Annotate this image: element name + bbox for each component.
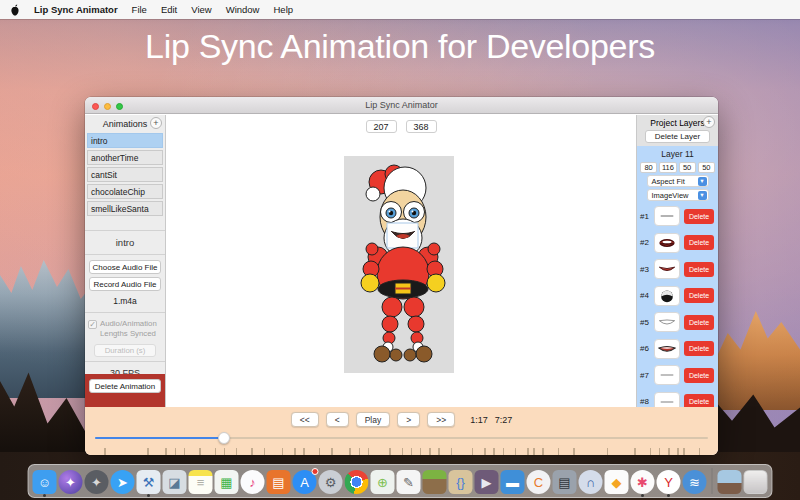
dock-icon-minecraft[interactable] bbox=[423, 470, 447, 494]
dock-icon-chrome[interactable] bbox=[345, 470, 369, 494]
dock-icon-c-ring-app[interactable]: C bbox=[527, 470, 551, 494]
mouth-open-white-icon[interactable] bbox=[654, 312, 680, 332]
canvas-height-field[interactable]: 368 bbox=[406, 120, 437, 133]
dock-icon-sketch[interactable]: ◆ bbox=[605, 470, 629, 494]
delete-layer-item-button[interactable]: Delete bbox=[684, 315, 714, 330]
add-layer-button[interactable]: + bbox=[703, 116, 715, 128]
duration-input[interactable]: Duration (s) bbox=[94, 344, 156, 357]
add-animation-button[interactable]: + bbox=[150, 117, 162, 129]
layer-row-3: #3Delete bbox=[637, 256, 718, 283]
dock-icon-xcode[interactable]: ⚒ bbox=[137, 470, 161, 494]
layer-detail-panel: Layer 11 801165050 Aspect Fit ▼ ImageVie… bbox=[637, 146, 718, 407]
timeline-tick bbox=[389, 448, 391, 455]
dock-icon-siri[interactable]: ✦ bbox=[59, 470, 83, 494]
animation-item-cantSit[interactable]: cantSit bbox=[87, 167, 163, 182]
layer-index: #5 bbox=[640, 318, 654, 327]
menu-app-name[interactable]: Lip Sync Animator bbox=[34, 4, 118, 15]
dock-icon-system-preferences[interactable]: ⚙ bbox=[319, 470, 343, 494]
layer-row-6: #6Delete bbox=[637, 336, 718, 363]
menu-item-help[interactable]: Help bbox=[273, 4, 293, 15]
dock-icon-launchpad[interactable]: ✦ bbox=[85, 470, 109, 494]
delete-layer-item-button[interactable]: Delete bbox=[684, 209, 714, 224]
mouth-open-red-icon[interactable] bbox=[654, 233, 680, 253]
dock-icon-notes[interactable]: ≡ bbox=[189, 470, 213, 494]
mouth-smile-red-icon[interactable] bbox=[654, 259, 680, 279]
delete-layer-item-button[interactable]: Delete bbox=[684, 368, 714, 383]
dock-icon-app-store[interactable]: A bbox=[293, 470, 317, 494]
dock-icon-keynote[interactable]: ▬ bbox=[501, 470, 525, 494]
dock-icon-video-editor[interactable]: ▶ bbox=[475, 470, 499, 494]
dock-icon-synth-app[interactable]: ▤ bbox=[553, 470, 577, 494]
delete-layer-item-button[interactable]: Delete bbox=[684, 394, 714, 407]
mountain-left bbox=[0, 248, 95, 398]
animation-item-chocolateChip[interactable]: chocolateChip bbox=[87, 184, 163, 199]
slider-thumb[interactable] bbox=[218, 432, 230, 444]
frame-field-2[interactable]: 50 bbox=[679, 162, 696, 173]
mouth-wide-red-icon[interactable] bbox=[654, 339, 680, 359]
delete-layer-button[interactable]: Delete Layer bbox=[645, 130, 710, 143]
dock-icon-downloads[interactable] bbox=[718, 470, 742, 494]
record-audio-button[interactable]: Record Audio File bbox=[89, 277, 161, 291]
mouth-line-icon[interactable] bbox=[654, 206, 680, 226]
menu-item-window[interactable]: Window bbox=[226, 4, 260, 15]
dock-icon-drawing-app[interactable]: ✎ bbox=[397, 470, 421, 494]
frame-field-1[interactable]: 116 bbox=[659, 162, 676, 173]
dock-icon-lip-sync-animator[interactable]: ≋ bbox=[683, 470, 707, 494]
choose-audio-button[interactable]: Choose Audio File bbox=[89, 260, 161, 274]
timeline-tick bbox=[104, 448, 106, 455]
step-forward-button[interactable]: > bbox=[397, 412, 420, 427]
dock-icon-trash[interactable] bbox=[744, 470, 768, 494]
dock-icon-preview[interactable]: ◪ bbox=[163, 470, 187, 494]
layer-row-4: #4Delete bbox=[637, 283, 718, 310]
mouth-line-icon[interactable] bbox=[654, 365, 680, 385]
animation-item-intro[interactable]: intro bbox=[87, 133, 163, 148]
timeline-slider[interactable] bbox=[95, 432, 708, 444]
layer-row-1: #1Delete bbox=[637, 203, 718, 230]
timeline-tick bbox=[472, 448, 474, 455]
mouth-line-icon[interactable] bbox=[654, 392, 680, 407]
dock-icon-safari[interactable]: ➤ bbox=[111, 470, 135, 494]
apple-menu-icon[interactable] bbox=[10, 4, 20, 16]
dock-icon-finder[interactable]: ☺ bbox=[33, 470, 57, 494]
dock-icon-ibooks[interactable]: ▤ bbox=[267, 470, 291, 494]
delete-layer-item-button[interactable]: Delete bbox=[684, 288, 714, 303]
animations-list: introanotherTimecantSitchocolateChipsmel… bbox=[85, 133, 165, 216]
animations-panel: Animations + introanotherTimecantSitchoc… bbox=[85, 115, 166, 407]
menu-item-file[interactable]: File bbox=[132, 4, 147, 15]
animation-canvas[interactable] bbox=[344, 156, 454, 373]
running-indicator bbox=[667, 494, 670, 497]
dock-icon-swirl-app[interactable]: ✱ bbox=[631, 470, 655, 494]
dock-icon-numbers[interactable]: ▦ bbox=[215, 470, 239, 494]
window-titlebar[interactable]: Lip Sync Animator bbox=[85, 97, 718, 114]
menu-item-edit[interactable]: Edit bbox=[161, 4, 177, 15]
timeline-tick bbox=[294, 448, 296, 455]
view-type-select[interactable]: ImageView ▼ bbox=[647, 189, 709, 201]
play-button[interactable]: Play bbox=[356, 412, 391, 427]
delete-animation-button[interactable]: Delete Animation bbox=[89, 379, 161, 393]
timeline-tick bbox=[264, 448, 266, 455]
dock-icon-android-studio[interactable]: ⊕ bbox=[371, 470, 395, 494]
timeline-tick bbox=[224, 448, 226, 455]
timeline-tick bbox=[650, 448, 652, 455]
canvas-width-field[interactable]: 207 bbox=[366, 120, 397, 133]
delete-layer-item-button[interactable]: Delete bbox=[684, 235, 714, 250]
rewind-button[interactable]: << bbox=[291, 412, 319, 427]
dock-icon-itunes[interactable]: ♪ bbox=[241, 470, 265, 494]
dock-icon-audio-headphones-app[interactable]: ∩ bbox=[579, 470, 603, 494]
mouth-round-open-icon[interactable] bbox=[654, 286, 680, 306]
layer-index: #4 bbox=[640, 291, 654, 300]
dock-icon-cocktail-app[interactable]: Y bbox=[657, 470, 681, 494]
menu-item-view[interactable]: View bbox=[191, 4, 211, 15]
frame-field-3[interactable]: 50 bbox=[698, 162, 715, 173]
sync-checkbox[interactable]: ✓ bbox=[88, 320, 97, 329]
dock-icon-code-braces[interactable]: {} bbox=[449, 470, 473, 494]
delete-layer-item-button[interactable]: Delete bbox=[684, 341, 714, 356]
delete-layer-item-button[interactable]: Delete bbox=[684, 262, 714, 277]
animation-item-anotherTime[interactable]: anotherTime bbox=[87, 150, 163, 165]
step-back-button[interactable]: < bbox=[326, 412, 349, 427]
frame-field-0[interactable]: 80 bbox=[640, 162, 657, 173]
animation-item-smellLikeSanta[interactable]: smellLikeSanta bbox=[87, 201, 163, 216]
content-mode-select[interactable]: Aspect Fit ▼ bbox=[647, 175, 709, 187]
timeline-tick bbox=[533, 448, 535, 455]
fast-forward-button[interactable]: >> bbox=[427, 412, 455, 427]
